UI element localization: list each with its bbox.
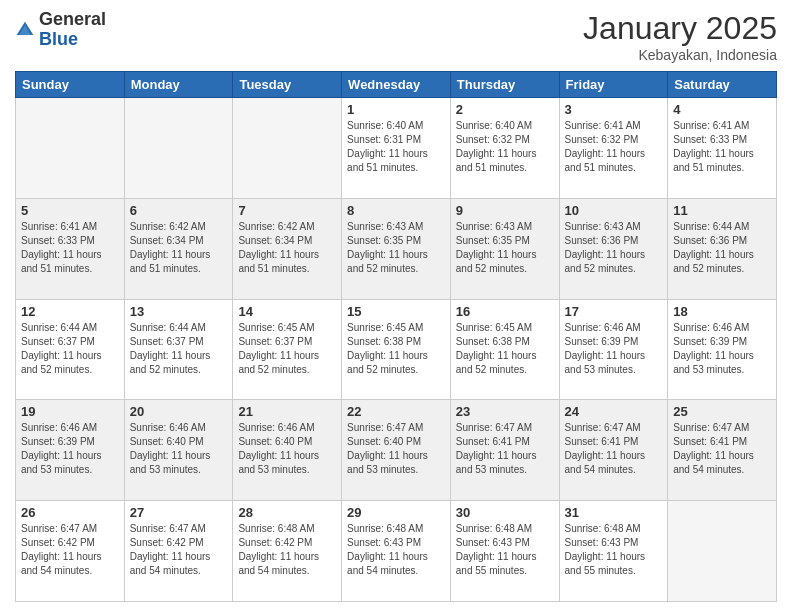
weekday-header-row: SundayMondayTuesdayWednesdayThursdayFrid…	[16, 72, 777, 98]
day-number: 1	[347, 102, 445, 117]
calendar-cell: 15Sunrise: 6:45 AM Sunset: 6:38 PM Dayli…	[342, 299, 451, 400]
day-info: Sunrise: 6:46 AM Sunset: 6:39 PM Dayligh…	[565, 321, 663, 377]
weekday-header-thursday: Thursday	[450, 72, 559, 98]
header: General Blue January 2025 Kebayakan, Ind…	[15, 10, 777, 63]
calendar-cell: 20Sunrise: 6:46 AM Sunset: 6:40 PM Dayli…	[124, 400, 233, 501]
calendar-cell: 17Sunrise: 6:46 AM Sunset: 6:39 PM Dayli…	[559, 299, 668, 400]
calendar-week-row: 12Sunrise: 6:44 AM Sunset: 6:37 PM Dayli…	[16, 299, 777, 400]
logo-icon	[15, 20, 35, 40]
calendar-cell: 9Sunrise: 6:43 AM Sunset: 6:35 PM Daylig…	[450, 198, 559, 299]
calendar-cell: 19Sunrise: 6:46 AM Sunset: 6:39 PM Dayli…	[16, 400, 125, 501]
calendar-cell: 13Sunrise: 6:44 AM Sunset: 6:37 PM Dayli…	[124, 299, 233, 400]
calendar-cell: 24Sunrise: 6:47 AM Sunset: 6:41 PM Dayli…	[559, 400, 668, 501]
calendar-week-row: 5Sunrise: 6:41 AM Sunset: 6:33 PM Daylig…	[16, 198, 777, 299]
calendar-cell: 25Sunrise: 6:47 AM Sunset: 6:41 PM Dayli…	[668, 400, 777, 501]
day-info: Sunrise: 6:42 AM Sunset: 6:34 PM Dayligh…	[130, 220, 228, 276]
logo-text: General Blue	[39, 10, 106, 50]
day-info: Sunrise: 6:47 AM Sunset: 6:41 PM Dayligh…	[456, 421, 554, 477]
calendar-cell	[668, 501, 777, 602]
day-info: Sunrise: 6:46 AM Sunset: 6:39 PM Dayligh…	[21, 421, 119, 477]
day-number: 3	[565, 102, 663, 117]
day-number: 23	[456, 404, 554, 419]
day-number: 24	[565, 404, 663, 419]
day-info: Sunrise: 6:41 AM Sunset: 6:32 PM Dayligh…	[565, 119, 663, 175]
day-number: 26	[21, 505, 119, 520]
calendar-cell: 30Sunrise: 6:48 AM Sunset: 6:43 PM Dayli…	[450, 501, 559, 602]
page: General Blue January 2025 Kebayakan, Ind…	[0, 0, 792, 612]
day-info: Sunrise: 6:47 AM Sunset: 6:41 PM Dayligh…	[673, 421, 771, 477]
day-info: Sunrise: 6:40 AM Sunset: 6:31 PM Dayligh…	[347, 119, 445, 175]
day-info: Sunrise: 6:47 AM Sunset: 6:42 PM Dayligh…	[130, 522, 228, 578]
calendar-cell: 29Sunrise: 6:48 AM Sunset: 6:43 PM Dayli…	[342, 501, 451, 602]
day-info: Sunrise: 6:43 AM Sunset: 6:36 PM Dayligh…	[565, 220, 663, 276]
calendar-cell: 6Sunrise: 6:42 AM Sunset: 6:34 PM Daylig…	[124, 198, 233, 299]
day-info: Sunrise: 6:45 AM Sunset: 6:38 PM Dayligh…	[347, 321, 445, 377]
day-number: 5	[21, 203, 119, 218]
calendar-cell: 31Sunrise: 6:48 AM Sunset: 6:43 PM Dayli…	[559, 501, 668, 602]
weekday-header-saturday: Saturday	[668, 72, 777, 98]
weekday-header-sunday: Sunday	[16, 72, 125, 98]
day-number: 16	[456, 304, 554, 319]
calendar-cell: 28Sunrise: 6:48 AM Sunset: 6:42 PM Dayli…	[233, 501, 342, 602]
day-number: 11	[673, 203, 771, 218]
calendar-cell: 14Sunrise: 6:45 AM Sunset: 6:37 PM Dayli…	[233, 299, 342, 400]
day-number: 18	[673, 304, 771, 319]
day-number: 20	[130, 404, 228, 419]
day-info: Sunrise: 6:44 AM Sunset: 6:37 PM Dayligh…	[21, 321, 119, 377]
day-info: Sunrise: 6:48 AM Sunset: 6:43 PM Dayligh…	[347, 522, 445, 578]
calendar-cell	[124, 98, 233, 199]
day-number: 6	[130, 203, 228, 218]
day-info: Sunrise: 6:47 AM Sunset: 6:41 PM Dayligh…	[565, 421, 663, 477]
day-number: 17	[565, 304, 663, 319]
day-number: 28	[238, 505, 336, 520]
month-title: January 2025	[583, 10, 777, 47]
day-number: 4	[673, 102, 771, 117]
weekday-header-friday: Friday	[559, 72, 668, 98]
day-number: 8	[347, 203, 445, 218]
day-info: Sunrise: 6:40 AM Sunset: 6:32 PM Dayligh…	[456, 119, 554, 175]
calendar-cell: 21Sunrise: 6:46 AM Sunset: 6:40 PM Dayli…	[233, 400, 342, 501]
day-number: 9	[456, 203, 554, 218]
calendar-cell: 7Sunrise: 6:42 AM Sunset: 6:34 PM Daylig…	[233, 198, 342, 299]
day-number: 12	[21, 304, 119, 319]
day-info: Sunrise: 6:45 AM Sunset: 6:38 PM Dayligh…	[456, 321, 554, 377]
title-section: January 2025 Kebayakan, Indonesia	[583, 10, 777, 63]
day-number: 22	[347, 404, 445, 419]
calendar-cell: 26Sunrise: 6:47 AM Sunset: 6:42 PM Dayli…	[16, 501, 125, 602]
day-info: Sunrise: 6:46 AM Sunset: 6:40 PM Dayligh…	[238, 421, 336, 477]
calendar-cell: 22Sunrise: 6:47 AM Sunset: 6:40 PM Dayli…	[342, 400, 451, 501]
calendar-week-row: 1Sunrise: 6:40 AM Sunset: 6:31 PM Daylig…	[16, 98, 777, 199]
calendar-cell: 5Sunrise: 6:41 AM Sunset: 6:33 PM Daylig…	[16, 198, 125, 299]
weekday-header-monday: Monday	[124, 72, 233, 98]
day-number: 29	[347, 505, 445, 520]
day-info: Sunrise: 6:45 AM Sunset: 6:37 PM Dayligh…	[238, 321, 336, 377]
location: Kebayakan, Indonesia	[583, 47, 777, 63]
calendar-cell: 10Sunrise: 6:43 AM Sunset: 6:36 PM Dayli…	[559, 198, 668, 299]
day-info: Sunrise: 6:47 AM Sunset: 6:40 PM Dayligh…	[347, 421, 445, 477]
calendar-cell: 4Sunrise: 6:41 AM Sunset: 6:33 PM Daylig…	[668, 98, 777, 199]
day-info: Sunrise: 6:43 AM Sunset: 6:35 PM Dayligh…	[456, 220, 554, 276]
day-number: 7	[238, 203, 336, 218]
calendar-cell: 2Sunrise: 6:40 AM Sunset: 6:32 PM Daylig…	[450, 98, 559, 199]
day-info: Sunrise: 6:44 AM Sunset: 6:36 PM Dayligh…	[673, 220, 771, 276]
logo-general-text: General	[39, 9, 106, 29]
calendar-table: SundayMondayTuesdayWednesdayThursdayFrid…	[15, 71, 777, 602]
day-number: 31	[565, 505, 663, 520]
calendar-cell: 11Sunrise: 6:44 AM Sunset: 6:36 PM Dayli…	[668, 198, 777, 299]
day-info: Sunrise: 6:46 AM Sunset: 6:40 PM Dayligh…	[130, 421, 228, 477]
day-info: Sunrise: 6:47 AM Sunset: 6:42 PM Dayligh…	[21, 522, 119, 578]
day-number: 19	[21, 404, 119, 419]
weekday-header-wednesday: Wednesday	[342, 72, 451, 98]
calendar-cell: 23Sunrise: 6:47 AM Sunset: 6:41 PM Dayli…	[450, 400, 559, 501]
day-number: 15	[347, 304, 445, 319]
day-number: 30	[456, 505, 554, 520]
day-info: Sunrise: 6:46 AM Sunset: 6:39 PM Dayligh…	[673, 321, 771, 377]
calendar-cell: 27Sunrise: 6:47 AM Sunset: 6:42 PM Dayli…	[124, 501, 233, 602]
day-info: Sunrise: 6:43 AM Sunset: 6:35 PM Dayligh…	[347, 220, 445, 276]
day-number: 27	[130, 505, 228, 520]
logo-blue-text: Blue	[39, 29, 78, 49]
day-info: Sunrise: 6:48 AM Sunset: 6:43 PM Dayligh…	[456, 522, 554, 578]
calendar-week-row: 26Sunrise: 6:47 AM Sunset: 6:42 PM Dayli…	[16, 501, 777, 602]
calendar-cell: 16Sunrise: 6:45 AM Sunset: 6:38 PM Dayli…	[450, 299, 559, 400]
day-number: 21	[238, 404, 336, 419]
